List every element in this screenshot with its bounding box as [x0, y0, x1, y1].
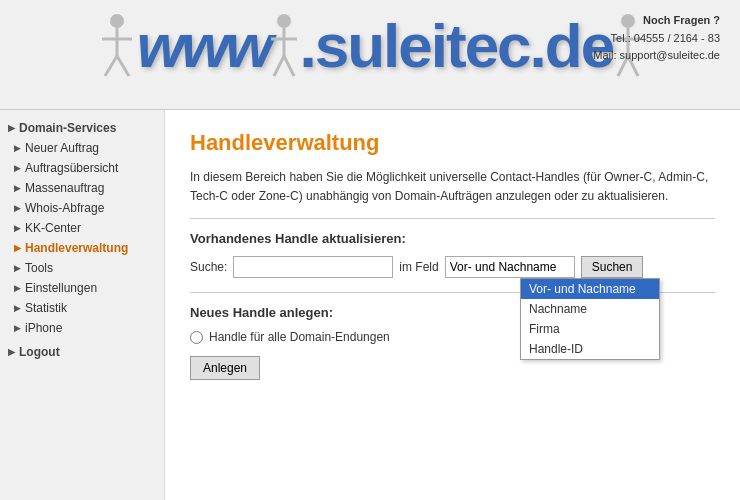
- sidebar-item-kk-center[interactable]: ▶ KK-Center: [0, 218, 164, 238]
- search-button[interactable]: Suchen: [581, 256, 644, 278]
- search-label: Suche:: [190, 260, 227, 274]
- dropdown-option-nachname[interactable]: Nachname: [521, 299, 659, 319]
- radio-label-alle-endungen: Handle für alle Domain-Endungen: [209, 330, 390, 344]
- sidebar-item-auftragsübersicht[interactable]: ▶ Auftragsübersicht: [0, 158, 164, 178]
- radio-alle-endungen[interactable]: [190, 331, 203, 344]
- field-select-wrapper: Vor- und Nachname Nachname Firma Handle-…: [445, 256, 575, 278]
- dropdown-popup: Vor- und Nachname Nachname Firma Handle-…: [520, 278, 660, 360]
- vorhandenes-section-title: Vorhandenes Handle aktualisieren:: [190, 231, 715, 246]
- sidebar: ▶ Domain-Services ▶ Neuer Auftrag ▶ Auft…: [0, 110, 165, 500]
- sidebar-item-iphone[interactable]: ▶ iPhone: [0, 318, 164, 338]
- arrow-icon: ▶: [14, 263, 21, 273]
- arrow-icon: ▶: [14, 143, 21, 153]
- sidebar-item-massenauftrag[interactable]: ▶ Massenauftrag: [0, 178, 164, 198]
- svg-line-4: [117, 56, 129, 76]
- arrow-icon: ▶: [14, 223, 21, 233]
- sidebar-item-handleverwaltung[interactable]: ▶ Handleverwaltung: [0, 238, 164, 258]
- im-feld-label: im Feld: [399, 260, 438, 274]
- svg-line-3: [105, 56, 117, 76]
- logo-domain: .suleitec.de: [299, 10, 613, 81]
- sidebar-item-domain-services[interactable]: ▶ Domain-Services: [0, 118, 164, 138]
- sidebar-item-einstellungen[interactable]: ▶ Einstellungen: [0, 278, 164, 298]
- svg-line-8: [274, 56, 284, 76]
- dropdown-option-vor-nachname[interactable]: Vor- und Nachname: [521, 279, 659, 299]
- sidebar-item-whois-abfrage[interactable]: ▶ Whois-Abfrage: [0, 198, 164, 218]
- arrow-icon: ▶: [14, 243, 21, 253]
- divider: [190, 218, 715, 219]
- arrow-icon: ▶: [14, 183, 21, 193]
- page-title: Handleverwaltung: [190, 130, 715, 156]
- dropdown-option-firma[interactable]: Firma: [521, 319, 659, 339]
- search-input[interactable]: [233, 256, 393, 278]
- header: Noch Fragen ? Tel.: 04555 / 2164 - 83 Ma…: [0, 0, 740, 110]
- arrow-icon: ▶: [8, 347, 15, 357]
- search-row: Suche: im Feld Vor- und Nachname Nachnam…: [190, 256, 715, 278]
- contact-info: Noch Fragen ? Tel.: 04555 / 2164 - 83 Ma…: [593, 12, 720, 65]
- sidebar-item-statistik[interactable]: ▶ Statistik: [0, 298, 164, 318]
- arrow-icon: ▶: [8, 123, 15, 133]
- sidebar-item-neuer-auftrag[interactable]: ▶ Neuer Auftrag: [0, 138, 164, 158]
- arrow-icon: ▶: [14, 323, 21, 333]
- sidebar-item-logout[interactable]: ▶ Logout: [0, 342, 164, 362]
- sidebar-section-domain: ▶ Domain-Services ▶ Neuer Auftrag ▶ Auft…: [0, 118, 164, 338]
- figure-mid-icon: [269, 11, 299, 81]
- dropdown-option-handle-id[interactable]: Handle-ID: [521, 339, 659, 359]
- figure-left-icon: [97, 11, 137, 81]
- content-area: Handleverwaltung In diesem Bereich haben…: [165, 110, 740, 500]
- contact-line2: Tel.: 04555 / 2164 - 83: [593, 30, 720, 48]
- svg-point-0: [110, 14, 124, 28]
- arrow-icon: ▶: [14, 283, 21, 293]
- main-layout: ▶ Domain-Services ▶ Neuer Auftrag ▶ Auft…: [0, 110, 740, 500]
- svg-point-5: [277, 14, 291, 28]
- page-description: In diesem Bereich haben Sie die Möglichk…: [190, 168, 715, 206]
- anlegen-button[interactable]: Anlegen: [190, 356, 260, 380]
- logo-www: www: [137, 10, 270, 81]
- arrow-icon: ▶: [14, 163, 21, 173]
- field-select[interactable]: Vor- und Nachname Nachname Firma Handle-…: [445, 256, 575, 278]
- contact-line1: Noch Fragen ?: [593, 12, 720, 30]
- sidebar-item-tools[interactable]: ▶ Tools: [0, 258, 164, 278]
- arrow-icon: ▶: [14, 303, 21, 313]
- svg-line-9: [284, 56, 294, 76]
- arrow-icon: ▶: [14, 203, 21, 213]
- contact-line3: Mail: support@suleitec.de: [593, 47, 720, 65]
